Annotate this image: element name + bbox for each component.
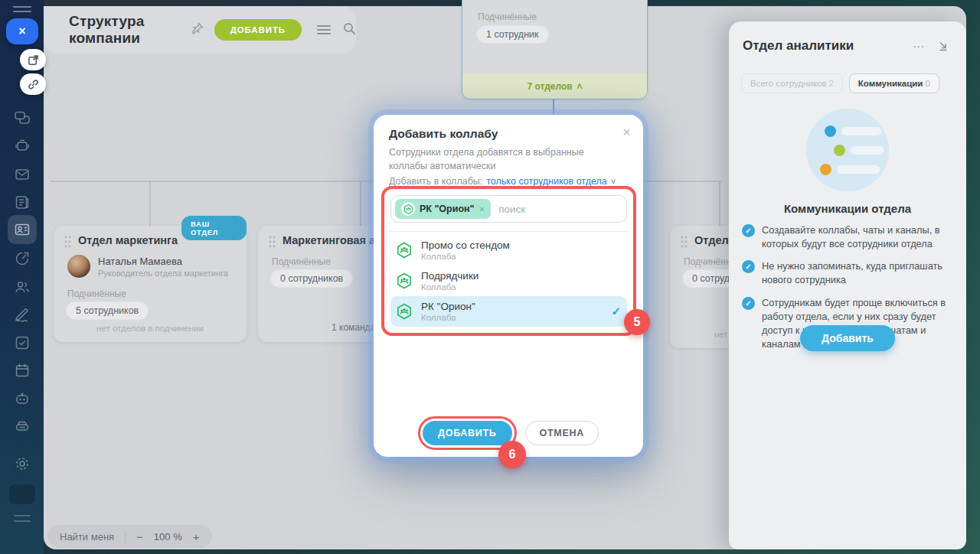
page-header: Структура компании ДОБАВИТЬ xyxy=(44,6,356,54)
scope-selector-link[interactable]: только сотрудников отдела xyxy=(486,176,606,187)
divider xyxy=(125,530,126,543)
copy-link-button[interactable] xyxy=(20,73,46,95)
add-to-label: Добавить в коллабы: xyxy=(389,176,482,187)
ai-assistant-icon[interactable] xyxy=(14,390,31,407)
check-icon: ✓ xyxy=(742,260,755,273)
collab-type: Коллаба xyxy=(421,252,510,261)
add-to-collabs-row: Добавить в коллабы: только сотрудников о… xyxy=(389,176,616,187)
add-button[interactable]: ДОБАВИТЬ xyxy=(214,19,302,41)
employees-count-chip[interactable]: 5 сотрудников xyxy=(66,301,149,320)
mail-icon[interactable] xyxy=(14,166,31,183)
drag-handle-icon[interactable] xyxy=(269,236,276,248)
add-collab-modal: Добавить коллабу × Сотрудники отдела доб… xyxy=(374,115,643,457)
collab-option-selected[interactable]: РК "Орион" Коллаба ✓ xyxy=(390,296,627,327)
panel-tabs: Всего сотрудников2 Коммуникации0 xyxy=(741,73,939,93)
collab-icon xyxy=(395,241,413,259)
collab-icon xyxy=(401,202,415,216)
menu-icon[interactable] xyxy=(317,23,331,37)
caret-down-icon: ˅ xyxy=(611,177,616,186)
collab-name: РК "Орион" xyxy=(421,301,475,313)
connector-drop-1 xyxy=(149,181,151,226)
modal-add-button[interactable]: ДОБАВИТЬ xyxy=(423,421,511,445)
messenger-icon[interactable] xyxy=(14,109,31,126)
close-overlay-button[interactable]: × xyxy=(6,18,38,44)
collab-search-box[interactable]: РК "Орион" × xyxy=(390,195,627,223)
sidebar-menu-icon[interactable] xyxy=(13,3,31,15)
more-items-icon[interactable] xyxy=(14,511,31,526)
panel-title: Отдел аналитики xyxy=(743,38,854,54)
clients-icon[interactable] xyxy=(14,279,31,295)
video-call-icon[interactable] xyxy=(14,138,31,155)
subordinates-label: Подчинённые xyxy=(478,11,537,22)
divider xyxy=(389,231,629,232)
collab-option[interactable]: Промо со стендом Коллаба xyxy=(390,235,627,266)
department-card-marketing[interactable]: ВАШ ОТДЕЛ Отдел маркетинга ⋯ Наталья Мам… xyxy=(54,226,247,342)
open-new-tab-button[interactable] xyxy=(20,49,46,70)
collab-icon xyxy=(395,272,413,290)
check-icon: ✓ xyxy=(742,224,755,237)
subordinates-label: Подчинённые xyxy=(272,256,331,267)
avatar xyxy=(67,255,90,278)
close-icon[interactable]: × xyxy=(622,124,631,141)
market-icon[interactable] xyxy=(9,484,35,504)
calendar-icon[interactable] xyxy=(14,362,31,379)
benefit-item: ✓ Не нужно запоминать, куда приглашать н… xyxy=(742,259,955,287)
zoom-out-button[interactable]: − xyxy=(136,530,143,543)
subordinates-label: Подчинённые xyxy=(67,288,126,299)
zoom-level: 100 % xyxy=(154,531,182,543)
caret-up-icon: ˄ xyxy=(577,81,583,92)
search-input[interactable] xyxy=(498,204,622,215)
zoom-in-button[interactable]: + xyxy=(193,530,200,543)
collab-type: Коллаба xyxy=(421,313,475,322)
settings-gear-icon[interactable] xyxy=(14,455,31,472)
chip-remove-icon[interactable]: × xyxy=(479,204,485,215)
connector-drop-2 xyxy=(360,181,361,226)
panel-add-button[interactable]: Добавить xyxy=(800,325,895,351)
departments-toggle[interactable]: 7 отделов ˄ xyxy=(462,73,647,99)
tab-count: 0 xyxy=(925,79,929,88)
collapse-panel-icon[interactable] xyxy=(937,40,949,55)
tab-all-employees[interactable]: Всего сотрудников2 xyxy=(741,73,843,93)
employees-count-chip[interactable]: 1 сотрудник xyxy=(476,25,549,44)
crm-icon[interactable] xyxy=(14,250,31,267)
collab-name: Подрядчики xyxy=(421,270,479,282)
map-controls: Найти меня − 100 % + xyxy=(47,525,212,548)
tutorial-step-badge: 5 xyxy=(624,309,650,335)
page-title: Структура компании xyxy=(69,13,184,47)
find-me-button[interactable]: Найти меня xyxy=(60,531,114,543)
department-head[interactable]: Наталья Мамаева Руководитель отдела марк… xyxy=(67,255,228,278)
employees-count-chip[interactable]: 0 сотрудников xyxy=(270,269,353,288)
pin-icon[interactable] xyxy=(191,22,204,37)
selected-collab-chip[interactable]: РК "Орион" × xyxy=(395,199,491,219)
collab-icon xyxy=(395,302,413,321)
more-icon[interactable]: ⋯ xyxy=(913,40,925,54)
no-departments-note: нет отделов в подчинении xyxy=(54,324,247,333)
check-icon: ✓ xyxy=(742,297,755,310)
person-role: Руководитель отдела маркетинга xyxy=(98,269,228,278)
sign-icon[interactable] xyxy=(14,306,31,323)
left-sidebar: × xyxy=(0,0,44,554)
drag-handle-icon[interactable] xyxy=(64,236,71,248)
modal-cancel-button[interactable]: ОТМЕНА xyxy=(525,421,599,445)
tasks-icon[interactable] xyxy=(14,334,31,351)
department-side-panel: Отдел аналитики ⋯ Всего сотрудников2 Ком… xyxy=(729,21,966,549)
drag-handle-icon[interactable] xyxy=(681,236,688,248)
collab-type: Коллаба xyxy=(421,282,479,292)
screen: Подчинённые 1 сотрудник 7 отделов ˄ ВАШ … xyxy=(0,0,980,554)
highlighted-selector-area: РК "Орион" × Промо со стендом Коллаба xyxy=(381,186,636,336)
modal-subtitle: Сотрудники отдела добавятся в выбранные … xyxy=(389,146,623,174)
news-feed-icon[interactable] xyxy=(14,194,31,210)
collab-option[interactable]: Подрядчики Коллаба xyxy=(390,266,627,296)
tutorial-step-badge: 6 xyxy=(498,441,526,468)
search-icon[interactable] xyxy=(343,22,356,38)
section-title: Коммуникации отдела xyxy=(729,202,966,215)
tab-communications[interactable]: Коммуникации0 xyxy=(849,73,939,93)
collab-name: Промо со стендом xyxy=(421,240,510,252)
chip-label: РК "Орион" xyxy=(420,204,475,214)
company-root-card[interactable]: Подчинённые 1 сотрудник 7 отделов ˄ xyxy=(462,0,648,99)
modal-title: Добавить коллабу xyxy=(389,127,498,141)
employees-icon[interactable] xyxy=(14,221,31,238)
benefit-item: ✓ Создавайте коллабы, чаты и каналы, в к… xyxy=(742,223,955,251)
communications-illustration xyxy=(806,109,889,191)
drive-icon[interactable] xyxy=(14,419,31,435)
